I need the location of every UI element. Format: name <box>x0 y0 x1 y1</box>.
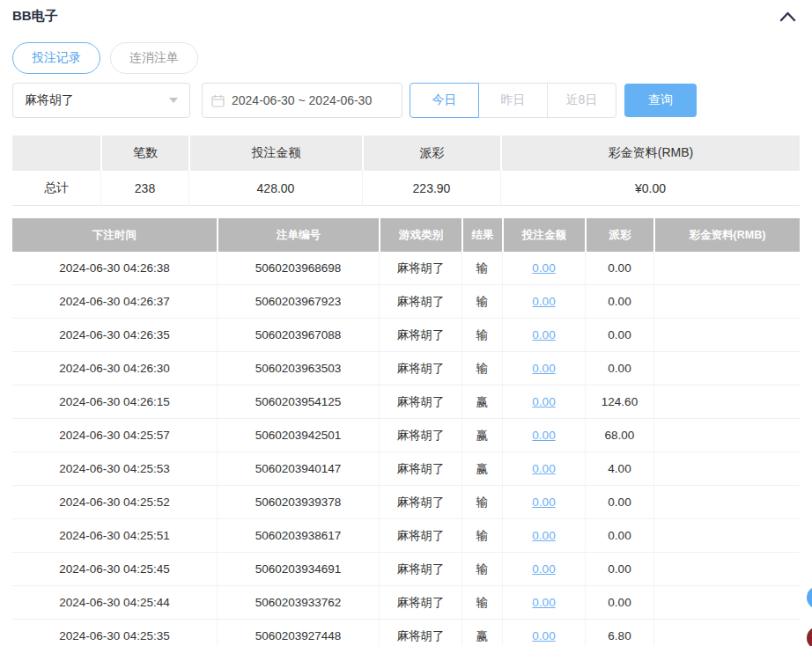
game-select-value: 麻将胡了 <box>25 92 74 108</box>
result-cell: 输 <box>461 319 502 352</box>
summary-header-payout: 派彩 <box>362 136 500 171</box>
collapse-button[interactable] <box>779 11 796 22</box>
bet-time-cell: 2024-06-30 04:25:57 <box>12 419 217 452</box>
quick-range-yesterday[interactable]: 昨日 <box>478 83 548 118</box>
table-row: 2024-06-30 04:26:355060203967088麻将胡了输0.0… <box>12 319 800 352</box>
bet-amount-link[interactable]: 0.00 <box>532 295 555 308</box>
date-range-input[interactable]: 2024-06-30 ~ 2024-06-30 <box>202 83 402 118</box>
bet-amount-cell: 0.00 <box>502 519 585 553</box>
order-id-cell: 5060203938617 <box>217 519 379 553</box>
bet-amount-cell: 0.00 <box>502 285 585 319</box>
table-row: 2024-06-30 04:25:575060203942501麻将胡了赢0.0… <box>12 419 800 452</box>
game-type-cell: 麻将胡了 <box>379 319 461 352</box>
quick-range-last-8-days[interactable]: 近8日 <box>547 83 616 118</box>
result-cell: 赢 <box>461 620 502 646</box>
detail-header-cell: 投注金额 <box>502 218 585 252</box>
detail-header-cell: 派彩 <box>585 218 653 252</box>
calendar-icon <box>211 94 225 107</box>
bet-time-cell: 2024-06-30 04:25:51 <box>12 519 217 553</box>
result-cell: 输 <box>461 352 502 385</box>
tab-bet-records[interactable]: 投注记录 <box>12 42 100 74</box>
order-id-cell: 5060203963503 <box>217 352 379 385</box>
bet-time-cell: 2024-06-30 04:25:52 <box>12 486 217 519</box>
game-type-cell: 麻将胡了 <box>379 452 461 486</box>
chevron-up-icon <box>779 11 796 25</box>
bet-amount-link[interactable]: 0.00 <box>532 629 555 642</box>
order-id-cell: 5060203940147 <box>217 452 379 486</box>
summary-header-empty <box>12 136 100 171</box>
game-type-cell: 麻将胡了 <box>379 586 461 620</box>
bet-amount-link[interactable]: 0.00 <box>532 395 555 408</box>
result-cell: 赢 <box>461 452 502 486</box>
bet-amount-link[interactable]: 0.00 <box>532 429 555 442</box>
bonus-cell <box>653 285 800 319</box>
detail-header-cell: 注单编号 <box>217 218 379 252</box>
floating-button-blue[interactable] <box>807 586 812 609</box>
tab-cancelled-orders[interactable]: 连消注单 <box>110 42 198 74</box>
bet-amount-link[interactable]: 0.00 <box>532 496 555 509</box>
order-id-cell: 5060203954125 <box>217 385 379 419</box>
summary-total-bet-amount: 428.00 <box>188 171 362 206</box>
game-type-cell: 麻将胡了 <box>379 620 461 646</box>
record-type-tabs: 投注记录 连消注单 <box>12 42 812 74</box>
order-id-cell: 5060203967088 <box>217 319 379 352</box>
summary-total-label: 总计 <box>12 171 100 206</box>
table-row: 2024-06-30 04:25:535060203940147麻将胡了赢0.0… <box>12 452 800 486</box>
payout-cell: 0.00 <box>585 519 653 553</box>
detail-header-cell: 结果 <box>461 218 502 252</box>
payout-cell: 0.00 <box>585 252 653 285</box>
chevron-down-icon <box>169 98 178 103</box>
bet-amount-cell: 0.00 <box>502 252 585 285</box>
bet-amount-link[interactable]: 0.00 <box>532 362 555 375</box>
payout-cell: 0.00 <box>585 319 653 352</box>
order-id-cell: 5060203968698 <box>217 252 379 285</box>
game-type-cell: 麻将胡了 <box>379 385 461 419</box>
table-row: 2024-06-30 04:25:455060203934691麻将胡了输0.0… <box>12 553 800 586</box>
bet-amount-cell: 0.00 <box>502 620 585 646</box>
bonus-cell <box>653 419 800 452</box>
bonus-cell <box>653 519 800 553</box>
result-cell: 输 <box>461 553 502 586</box>
summary-header-bet-amount: 投注金额 <box>188 136 362 171</box>
page-title: BB电子 <box>12 8 58 25</box>
order-id-cell: 5060203939378 <box>217 486 379 519</box>
bet-amount-cell: 0.00 <box>502 319 585 352</box>
summary-total-payout: 223.90 <box>362 171 500 206</box>
table-row: 2024-06-30 04:26:305060203963503麻将胡了输0.0… <box>12 352 800 385</box>
quick-range-today[interactable]: 今日 <box>410 83 479 118</box>
game-type-cell: 麻将胡了 <box>379 553 461 586</box>
payout-cell: 4.00 <box>585 452 653 486</box>
bet-time-cell: 2024-06-30 04:25:53 <box>12 452 217 486</box>
game-type-cell: 麻将胡了 <box>379 519 461 553</box>
floating-button-red[interactable] <box>807 627 812 646</box>
bet-time-cell: 2024-06-30 04:26:15 <box>12 385 217 419</box>
bet-amount-link[interactable]: 0.00 <box>532 462 555 475</box>
bonus-cell <box>653 385 800 419</box>
table-row: 2024-06-30 04:26:385060203968698麻将胡了输0.0… <box>12 252 800 285</box>
bet-amount-cell: 0.00 <box>502 553 585 586</box>
table-row: 2024-06-30 04:25:445060203933762麻将胡了输0.0… <box>12 586 800 620</box>
bet-amount-link[interactable]: 0.00 <box>532 562 555 576</box>
filter-row: 麻将胡了 2024-06-30 ~ 2024-06-30 今日 昨日 近8日 查… <box>12 83 812 118</box>
payout-cell: 0.00 <box>585 285 653 319</box>
game-select[interactable]: 麻将胡了 <box>12 83 190 118</box>
bet-time-cell: 2024-06-30 04:25:45 <box>12 553 217 586</box>
detail-header-cell: 彩金资料(RMB) <box>653 218 800 252</box>
payout-cell: 0.00 <box>585 553 653 586</box>
bet-amount-cell: 0.00 <box>502 385 585 419</box>
bet-amount-link[interactable]: 0.00 <box>532 261 555 275</box>
bet-amount-link[interactable]: 0.00 <box>532 529 555 542</box>
query-button[interactable]: 查询 <box>624 84 697 117</box>
bet-amount-cell: 0.00 <box>502 486 585 519</box>
bet-time-cell: 2024-06-30 04:26:30 <box>12 352 217 385</box>
bonus-cell <box>653 620 800 646</box>
bet-amount-cell: 0.00 <box>502 352 585 385</box>
bet-amount-link[interactable]: 0.00 <box>532 596 555 609</box>
bet-amount-cell: 0.00 <box>502 419 585 452</box>
bonus-cell <box>653 586 800 620</box>
bet-amount-link[interactable]: 0.00 <box>532 328 555 341</box>
bet-amount-cell: 0.00 <box>502 452 585 486</box>
summary-total-row: 总计 238 428.00 223.90 ¥0.00 <box>12 171 800 206</box>
bonus-cell <box>653 452 800 486</box>
payout-cell: 68.00 <box>585 419 653 452</box>
